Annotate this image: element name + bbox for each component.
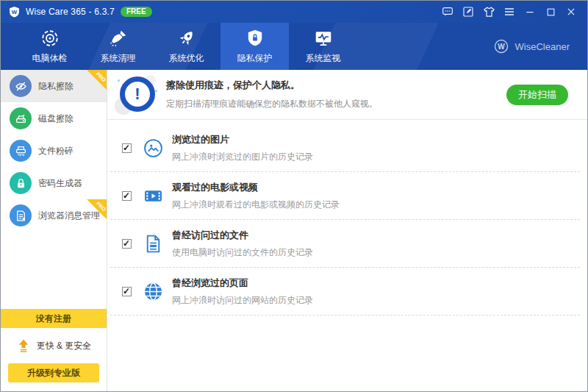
tab-label: 系统优化	[169, 52, 204, 65]
maximize-icon[interactable]	[540, 1, 561, 23]
free-badge: FREE	[121, 7, 152, 17]
panel-title: 擦除使用痕迹，保护个人隐私。	[166, 79, 378, 92]
alert-circle-icon: !	[115, 74, 159, 116]
wisecleaner-brand[interactable]: W WiseCleaner	[492, 23, 570, 70]
upgrade-arrow-icon	[16, 338, 31, 353]
upgrade-to-pro-button[interactable]: 升级到专业版	[8, 363, 99, 382]
item-title: 曾经浏览过的页面	[172, 277, 313, 290]
item-checkbox[interactable]	[122, 287, 132, 296]
scan-category-list: 浏览过的图片 网上冲浪时浏览过的图片的历史记录 观看过的电影或视频 网上冲浪时观…	[107, 120, 587, 316]
video-icon	[143, 186, 163, 206]
sidebar-item-label: 密码生成器	[38, 177, 82, 190]
pro-badge: PRO	[87, 199, 107, 219]
item-desc: 网上冲浪时观看过的电影或视频的历史记录	[172, 199, 340, 211]
disk-eraser-icon	[10, 107, 32, 129]
app-logo-icon: W	[8, 6, 21, 18]
sidebar-item-label: 磁盘擦除	[38, 113, 74, 125]
wisecleaner-logo-icon: W	[492, 38, 510, 55]
tab-label: 电脑体检	[32, 52, 68, 65]
privacy-eraser-panel: ! 擦除使用痕迹，保护个人隐私。 定期扫描清理痕迹能确保您的隐私数据不被他人窥视…	[107, 70, 587, 391]
main-nav: 电脑体检 系统清理 系统优化	[1, 23, 587, 70]
list-item-accessed-files: 曾经访问过的文件 使用电脑时访问过的文件的历史记录	[110, 220, 580, 268]
theme-icon[interactable]	[478, 1, 499, 23]
item-desc: 网上冲浪时访问过的网站的历史记录	[172, 294, 313, 307]
titlebar: W Wise Care 365 - 6.3.7 FREE	[1, 1, 587, 23]
panel-subtitle: 定期扫描清理痕迹能确保您的隐私数据不被他人窥视。	[166, 98, 378, 110]
tab-label: 隐私保护	[237, 52, 273, 65]
sidebar-item-privacy-eraser[interactable]: 隐私擦除 PRO	[1, 70, 107, 102]
images-icon	[143, 138, 163, 158]
feedback-icon[interactable]	[437, 1, 458, 23]
list-item-visited-pages: 曾经浏览过的页面 网上冲浪时访问过的网站的历史记录	[110, 268, 580, 316]
tab-privacy-protector[interactable]: 隐私保护	[220, 23, 289, 70]
item-desc: 使用电脑时访问过的文件的历史记录	[172, 246, 313, 259]
tab-pc-checkup[interactable]: 电脑体检	[15, 23, 84, 70]
sidebar-item-label: 文件粉碎	[38, 145, 74, 157]
shield-lock-icon	[245, 29, 265, 48]
panel-header: ! 擦除使用痕迹，保护个人隐私。 定期扫描清理痕迹能确保您的隐私数据不被他人窥视…	[107, 70, 587, 120]
item-title: 观看过的电影或视频	[172, 181, 340, 194]
broom-icon	[109, 29, 128, 48]
window-title: Wise Care 365 - 6.3.7	[26, 7, 115, 17]
svg-text:W: W	[12, 9, 18, 15]
item-checkbox[interactable]	[122, 239, 132, 249]
list-item-watched-videos: 观看过的电影或视频 网上冲浪时观看过的电影或视频的历史记录	[110, 172, 580, 220]
sidebar-footer: 没有注册 更快 & 更安全 升级到专业版	[1, 309, 107, 391]
browser-message-icon	[10, 204, 32, 227]
upgrade-slogan-row: 更快 & 更安全	[1, 329, 107, 362]
sidebar-item-disk-eraser[interactable]: 磁盘擦除	[1, 102, 107, 135]
file-shredder-icon	[10, 140, 32, 162]
edit-icon[interactable]	[458, 1, 478, 23]
eye-off-icon	[10, 75, 32, 97]
item-title: 浏览过的图片	[172, 133, 313, 146]
svg-text:W: W	[498, 43, 505, 51]
sidebar-item-file-shredder[interactable]: 文件粉碎	[1, 135, 107, 167]
tab-system-cleaner[interactable]: 系统清理	[84, 23, 152, 70]
monitor-pulse-icon	[314, 29, 333, 48]
globe-icon	[143, 282, 163, 302]
tab-system-monitor[interactable]: 系统监视	[289, 23, 357, 70]
app-window: W Wise Care 365 - 6.3.7 FREE	[0, 0, 588, 392]
slogan-label: 更快 & 更安全	[37, 340, 92, 352]
tab-label: 系统监视	[306, 52, 341, 65]
pc-checkup-icon	[40, 29, 60, 48]
rocket-icon	[177, 29, 196, 48]
pro-badge: PRO	[87, 70, 107, 90]
start-scan-button[interactable]: 开始扫描	[506, 85, 568, 105]
sidebar-item-browser-message-manager[interactable]: 浏览器消息管理 PRO	[1, 199, 107, 232]
minimize-icon[interactable]	[520, 1, 540, 23]
list-item-browsed-images: 浏览过的图片 网上冲浪时浏览过的图片的历史记录	[110, 124, 580, 172]
tab-label: 系统清理	[101, 52, 136, 65]
sidebar-item-label: 隐私擦除	[38, 80, 74, 93]
item-checkbox[interactable]	[122, 191, 132, 201]
brand-label: WiseCleaner	[515, 41, 570, 52]
register-status[interactable]: 没有注册	[1, 309, 107, 328]
item-checkbox[interactable]	[122, 143, 132, 153]
document-icon	[143, 234, 163, 254]
item-desc: 网上冲浪时浏览过的图片的历史记录	[172, 151, 313, 163]
sidebar: 隐私擦除 PRO 磁盘擦除 文件粉碎 密码生成器	[1, 70, 107, 391]
tab-system-tuneup[interactable]: 系统优化	[152, 23, 220, 70]
padlock-icon	[10, 172, 32, 194]
close-icon[interactable]	[561, 1, 581, 23]
menu-icon[interactable]	[499, 1, 520, 23]
sidebar-item-password-generator[interactable]: 密码生成器	[1, 167, 107, 199]
item-title: 曾经访问过的文件	[172, 229, 313, 242]
